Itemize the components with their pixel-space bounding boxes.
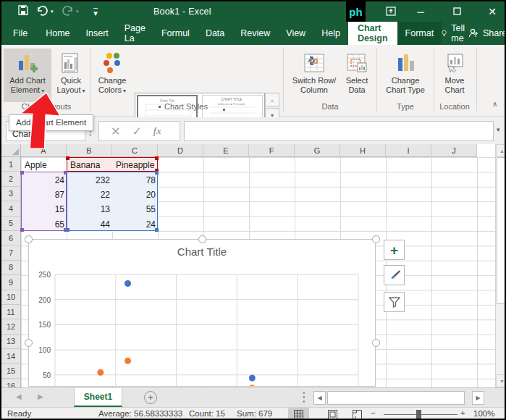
column-header-C[interactable]: C <box>112 144 158 157</box>
row-header-8[interactable]: 8 <box>1 261 21 275</box>
add-chart-element-button[interactable]: Add Chart Element <box>4 49 51 102</box>
cell-C2[interactable]: 78 <box>113 172 159 187</box>
cell-A4[interactable]: 15 <box>22 202 67 217</box>
row-header-12[interactable]: 12 <box>1 319 21 334</box>
select-all-corner[interactable] <box>1 144 21 157</box>
change-chart-type-button[interactable]: Change Chart Type <box>381 49 430 102</box>
row-header-9[interactable]: 9 <box>1 275 21 290</box>
quick-layout-button[interactable]: Quick Layout <box>53 49 89 102</box>
cell-B3[interactable]: 22 <box>67 188 113 202</box>
row-header-2[interactable]: 2 <box>1 172 21 186</box>
chart-handle-top-left[interactable] <box>25 235 33 243</box>
column-header-D[interactable]: D <box>158 144 203 157</box>
vertical-scrollbar[interactable]: ▲ ▼ <box>495 144 506 387</box>
chart-elements-button[interactable]: + <box>384 240 405 260</box>
share-control[interactable]: Share <box>468 22 506 45</box>
zoom-level[interactable]: 100% <box>473 409 494 418</box>
row-header-10[interactable]: 10 <box>1 290 21 305</box>
cell-B4[interactable]: 13 <box>67 202 113 217</box>
tab-review[interactable]: Review <box>232 22 278 45</box>
zoom-in-icon[interactable]: + <box>460 408 465 417</box>
sheet-tab-sheet1[interactable]: Sheet1 <box>74 388 122 407</box>
chart-title[interactable]: Chart Title <box>29 245 375 258</box>
cell-B5[interactable]: 44 <box>67 217 113 232</box>
cell-B1[interactable]: Banana <box>67 158 113 172</box>
cell-C4[interactable]: 55 <box>113 202 159 217</box>
hscroll-left-icon[interactable]: ◀ <box>313 391 326 405</box>
collapse-ribbon-icon[interactable]: ∧ <box>492 100 497 108</box>
column-header-E[interactable]: E <box>203 144 249 157</box>
scroll-up-icon[interactable]: ▲ <box>496 144 506 157</box>
horizontal-scrollbar-thumb[interactable] <box>327 391 465 405</box>
maximize-button[interactable] <box>453 7 461 15</box>
row-header-5[interactable]: 5 <box>1 217 21 231</box>
move-chart-button[interactable]: Move Chart <box>437 49 473 102</box>
chart-handle-middle-right[interactable] <box>372 339 380 347</box>
scroll-down-icon[interactable]: ▼ <box>496 374 506 387</box>
cell-A1[interactable]: Apple <box>22 158 67 172</box>
cell-C5[interactable]: 24 <box>113 217 159 232</box>
cell-C1[interactable]: Pineapple <box>113 158 159 172</box>
tab-bar-splitter[interactable]: ••• <box>303 391 305 404</box>
change-colors-button[interactable]: Change Colors <box>92 49 132 102</box>
chart-handle-top-middle[interactable] <box>198 235 206 243</box>
new-sheet-button[interactable]: + <box>144 391 157 404</box>
column-header-G[interactable]: G <box>295 144 340 157</box>
row-header-14[interactable]: 14 <box>1 349 21 364</box>
tab-home[interactable]: Home <box>38 22 77 45</box>
tell-me-control[interactable]: Tell me <box>442 22 468 45</box>
tab-help[interactable]: Help <box>313 22 348 45</box>
chart-object[interactable]: Chart Title 25020015010050 <box>28 239 376 387</box>
tab-chart-design[interactable]: Chart Design <box>348 22 397 45</box>
switch-row-column-button[interactable]: Switch Row/ Column <box>286 49 342 102</box>
vertical-scrollbar-thumb[interactable] <box>497 157 506 304</box>
tab-formulas[interactable]: Formul <box>153 22 198 45</box>
cell-A3[interactable]: 87 <box>22 188 67 202</box>
enter-icon[interactable]: ✓ <box>132 125 141 138</box>
chart-filters-button[interactable] <box>384 292 405 312</box>
cell-C3[interactable]: 20 <box>113 188 159 202</box>
undo-dropdown-icon[interactable]: ▾ <box>51 9 54 14</box>
row-header-13[interactable]: 13 <box>1 335 21 349</box>
row-header-4[interactable]: 4 <box>1 201 21 216</box>
expand-formula-bar-icon[interactable]: ▾ <box>497 126 500 133</box>
column-header-A[interactable]: A <box>21 144 67 157</box>
column-header-I[interactable]: I <box>386 144 431 157</box>
row-header-1[interactable]: 1 <box>1 157 21 172</box>
page-break-view-button[interactable] <box>347 408 368 420</box>
next-sheet-icon[interactable]: ▶ <box>38 392 43 400</box>
insert-function-icon[interactable]: fx <box>153 125 161 137</box>
zoom-slider-thumb[interactable] <box>416 410 421 419</box>
column-header-H[interactable]: H <box>340 144 386 157</box>
hscroll-right-icon[interactable]: ▶ <box>472 391 484 405</box>
formula-input[interactable] <box>184 121 494 141</box>
row-header-7[interactable]: 7 <box>1 245 21 260</box>
chart-handle-middle-left[interactable] <box>25 339 33 347</box>
tab-format[interactable]: Format <box>397 22 442 45</box>
column-header-F[interactable]: F <box>249 144 295 157</box>
row-header-15[interactable]: 15 <box>1 364 21 378</box>
tab-file[interactable]: File <box>3 22 38 45</box>
column-header-J[interactable]: J <box>431 144 477 157</box>
cancel-icon[interactable]: ✕ <box>111 125 120 138</box>
chart-style-button[interactable] <box>384 265 405 285</box>
cell-B2[interactable]: 232 <box>67 172 113 187</box>
tab-insert[interactable]: Insert <box>78 22 117 45</box>
row-header-6[interactable]: 6 <box>1 231 21 245</box>
tab-view[interactable]: View <box>278 22 313 45</box>
row-header-3[interactable]: 3 <box>1 187 21 201</box>
row-header-11[interactable]: 11 <box>1 305 21 319</box>
tab-page-layout[interactable]: Page La <box>117 22 153 45</box>
row-header-16[interactable]: 16 <box>1 379 21 387</box>
cell-A2[interactable]: 24 <box>22 172 67 187</box>
select-data-button[interactable]: Select Data <box>342 49 372 102</box>
page-layout-view-button[interactable] <box>322 408 343 420</box>
cell-A5[interactable]: 65 <box>22 217 67 232</box>
tab-data[interactable]: Data <box>198 22 232 45</box>
close-button[interactable]: ✕ <box>484 1 501 22</box>
column-header-B[interactable]: B <box>67 144 112 157</box>
ribbon-display-options-icon[interactable] <box>386 7 396 16</box>
zoom-out-icon[interactable]: − <box>371 408 376 417</box>
normal-view-button[interactable] <box>288 408 309 420</box>
minimize-button[interactable]: ─ <box>413 1 429 22</box>
